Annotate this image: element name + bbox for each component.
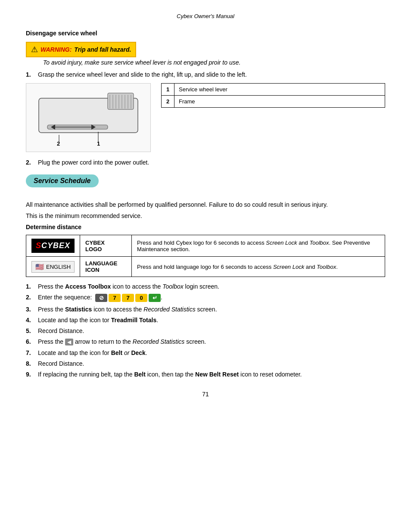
disengage-heading: Disengage service wheel <box>26 30 385 37</box>
back-arrow-icon: ◀ <box>65 339 73 345</box>
warning-title: Trip and fall hazard. <box>74 46 131 53</box>
sched-step-2-text: Enter the sequence: ⊘ 7 7 0 ↵ . <box>38 294 385 302</box>
sched-step-5-num: 5. <box>26 327 38 334</box>
parts-label-1: Service wheel lever <box>174 84 385 96</box>
step-1: 1. Grasp the service wheel lever and sli… <box>26 71 385 78</box>
sched-step-7: 7. Locate and tap the icon for Belt or D… <box>26 349 385 356</box>
sched-step-1-text: Press the Access Toolbox icon to access … <box>38 283 385 290</box>
sched-step-4-num: 4. <box>26 317 38 324</box>
figure-and-table: 2 1 1 Service wheel lever 2 Frame <box>26 83 385 152</box>
page-number: 71 <box>26 391 385 398</box>
sched-step-9-text: If replacing the running belt, tap the B… <box>38 371 385 378</box>
sched-step-3-num: 3. <box>26 306 38 313</box>
logo-table: SCYBEX CYBEX LOGO Press and hold Cybex l… <box>26 235 385 277</box>
cybex-desc-cell: Press and hold Cybex logo for 6 seconds … <box>132 235 385 257</box>
english-label: ENGLISH <box>46 264 71 270</box>
sched-step-1: 1. Press the Access Toolbox icon to acce… <box>26 283 385 290</box>
parts-row-1: 1 Service wheel lever <box>162 84 385 96</box>
sched-step-5: 5. Record Distance. <box>26 327 385 334</box>
determine-distance-heading: Determine distance <box>26 224 385 230</box>
cybex-label-line2: LOGO <box>85 246 126 252</box>
language-label-line1: LANGUAGE <box>85 260 126 267</box>
sched-step-1-num: 1. <box>26 283 38 290</box>
step-1-text: Grasp the service wheel lever and slide … <box>38 71 385 78</box>
parts-label-2: Frame <box>174 96 385 108</box>
svg-text:1: 1 <box>97 140 100 147</box>
steps-list: 1. Press the Access Toolbox icon to acce… <box>26 283 385 378</box>
parts-num-1: 1 <box>162 84 174 96</box>
sched-step-6-text: Press the ◀ arrow to return to the Recor… <box>38 338 385 345</box>
parts-row-2: 2 Frame <box>162 96 385 108</box>
parts-num-2: 2 <box>162 96 174 108</box>
figure-box: 2 1 <box>26 83 151 152</box>
flag-icon: 🇺🇸 <box>35 263 44 271</box>
seq-key-7b: 7 <box>122 294 134 302</box>
svg-rect-1 <box>108 93 134 109</box>
warning-icon: ⚠ <box>31 45 38 54</box>
sched-step-8-text: Record Distance. <box>38 360 385 367</box>
seq-key-0: 0 <box>135 294 147 302</box>
language-label-line2: ICON <box>85 267 126 273</box>
figure-svg: 2 1 <box>30 85 146 150</box>
step-2-text: Plug the power cord into the power outle… <box>38 159 385 166</box>
english-logo-cell: 🇺🇸 ENGLISH <box>26 257 80 277</box>
sched-step-5-text: Record Distance. <box>38 327 385 334</box>
warning-label: WARNING: <box>40 46 72 53</box>
sched-step-6-num: 6. <box>26 338 38 345</box>
seq-key-7a: 7 <box>109 294 121 302</box>
sched-step-6: 6. Press the ◀ arrow to return to the Re… <box>26 338 385 345</box>
sched-step-2-num: 2. <box>26 294 38 301</box>
sched-step-8-num: 8. <box>26 360 38 367</box>
page-header: Cybex Owner's Manual <box>26 13 385 19</box>
language-label-cell: LANGUAGE ICON <box>80 257 132 277</box>
maintenance-para-2: This is the minimum recommended service. <box>26 212 385 219</box>
logo-row-english: 🇺🇸 ENGLISH LANGUAGE ICON Press and hold … <box>26 257 385 277</box>
maintenance-para-1: All maintenance activities shall be perf… <box>26 201 385 208</box>
step-1-num: 1. <box>26 71 38 78</box>
sched-step-3-text: Press the Statistics icon to access the … <box>38 306 385 313</box>
cybex-logo-cell: SCYBEX <box>26 235 80 257</box>
service-schedule-badge: Service Schedule <box>26 174 99 187</box>
warning-text: To avoid injury, make sure service wheel… <box>43 59 385 66</box>
seq-key-enter: ↵ <box>149 294 161 302</box>
language-desc-cell: Press and hold language logo for 6 secon… <box>132 257 385 277</box>
seq-key-cancel: ⊘ <box>95 294 107 302</box>
cybex-logo: SCYBEX <box>31 239 75 253</box>
cybex-label-line1: CYBEX <box>85 240 126 246</box>
cybex-label-cell: CYBEX LOGO <box>80 235 132 257</box>
warning-box: ⚠ WARNING: Trip and fall hazard. <box>26 42 136 57</box>
step-2: 2. Plug the power cord into the power ou… <box>26 159 385 166</box>
sched-step-9: 9. If replacing the running belt, tap th… <box>26 371 385 378</box>
sched-step-8: 8. Record Distance. <box>26 360 385 367</box>
service-schedule-section: Service Schedule <box>26 174 385 194</box>
sched-step-7-num: 7. <box>26 349 38 356</box>
step-2-num: 2. <box>26 159 38 166</box>
logo-row-cybex: SCYBEX CYBEX LOGO Press and hold Cybex l… <box>26 235 385 257</box>
sched-step-3: 3. Press the Statistics icon to access t… <box>26 306 385 313</box>
sched-step-2: 2. Enter the sequence: ⊘ 7 7 0 ↵ . <box>26 294 385 302</box>
svg-text:2: 2 <box>57 140 60 147</box>
sched-step-7-text: Locate and tap the icon for Belt or Deck… <box>38 349 385 356</box>
sequence-box: ⊘ 7 7 0 ↵ <box>95 294 161 302</box>
sched-step-9-num: 9. <box>26 371 38 378</box>
sched-step-4: 4. Locate and tap the icon tor Treadmill… <box>26 317 385 324</box>
english-button: 🇺🇸 ENGLISH <box>31 261 75 273</box>
parts-table: 1 Service wheel lever 2 Frame <box>161 83 385 108</box>
cybex-logo-s-icon: S <box>36 241 41 250</box>
sched-step-4-text: Locate and tap the icon tor Treadmill To… <box>38 317 385 324</box>
